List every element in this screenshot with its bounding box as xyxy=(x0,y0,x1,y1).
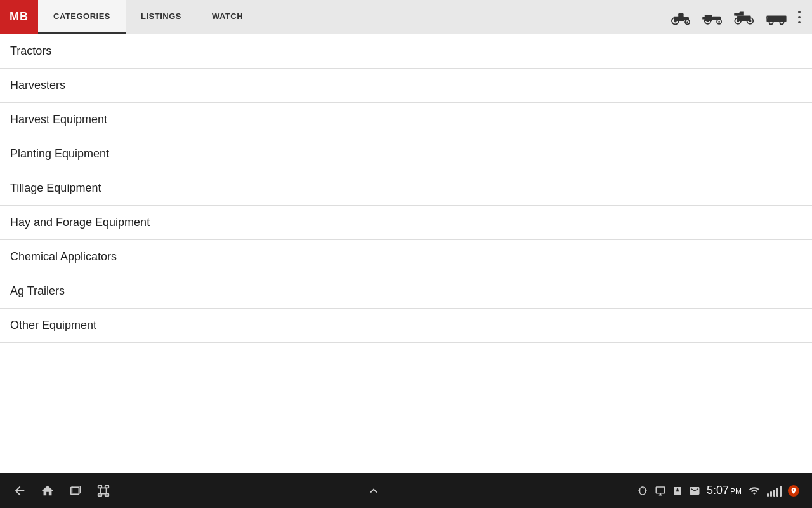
sd-icon xyxy=(672,485,683,497)
svg-point-3 xyxy=(686,21,688,23)
system-nav-center xyxy=(365,484,382,498)
wifi-icon xyxy=(748,485,761,497)
signal-icon xyxy=(767,485,782,497)
svg-rect-12 xyxy=(712,16,721,20)
home-button[interactable] xyxy=(41,484,55,498)
usb-icon xyxy=(637,485,648,497)
screen-icon xyxy=(655,485,666,497)
svg-rect-31 xyxy=(100,488,106,493)
svg-point-10 xyxy=(718,20,720,22)
email-icon xyxy=(689,485,700,497)
svg-rect-6 xyxy=(684,17,689,20)
app-logo: MB xyxy=(0,0,38,34)
svg-rect-13 xyxy=(702,17,706,20)
category-item-ag-trailers[interactable]: Ag Trailers xyxy=(0,274,812,309)
category-item-chemical-applicators[interactable]: Chemical Applicators xyxy=(0,240,812,274)
tractor-icon[interactable] xyxy=(669,6,694,28)
up-button[interactable] xyxy=(365,484,382,498)
loader-icon[interactable] xyxy=(732,6,757,28)
nav-tab-listings[interactable]: LISTINGS xyxy=(126,0,197,34)
svg-rect-18 xyxy=(737,15,751,20)
category-item-hay-forage[interactable]: Hay and Forage Equipment xyxy=(0,206,812,240)
svg-rect-20 xyxy=(734,13,738,16)
category-item-tractors[interactable]: Tractors xyxy=(0,34,812,69)
category-item-harvest-equipment[interactable]: Harvest Equipment xyxy=(0,103,812,137)
system-nav-left xyxy=(13,484,110,498)
time-ampm: PM xyxy=(730,487,742,496)
system-status-right: 5:07PM xyxy=(637,484,799,497)
notification-icon xyxy=(788,485,799,497)
dot2 xyxy=(798,16,801,18)
svg-point-22 xyxy=(769,20,773,24)
system-time: 5:07PM xyxy=(707,484,742,497)
category-item-harvesters[interactable]: Harvesters xyxy=(0,69,812,103)
time-value: 5:07 xyxy=(707,484,729,497)
nav-tab-watch[interactable]: WATCH xyxy=(197,0,258,34)
category-list: TractorsHarvestersHarvest EquipmentPlant… xyxy=(0,34,812,473)
category-item-planting-equipment[interactable]: Planting Equipment xyxy=(0,137,812,171)
top-nav-bar: MB CATEGORIESLISTINGSWATCH xyxy=(0,0,812,34)
trailer-icon[interactable] xyxy=(764,6,789,28)
logo-text: MB xyxy=(10,10,29,23)
nav-tab-categories[interactable]: CATEGORIES xyxy=(38,0,126,34)
svg-point-23 xyxy=(780,20,783,24)
nav-tabs: CATEGORIESLISTINGSWATCH xyxy=(38,0,660,34)
screenshot-button[interactable] xyxy=(96,484,110,498)
svg-rect-5 xyxy=(678,13,683,17)
more-menu-button[interactable] xyxy=(796,7,803,27)
svg-rect-24 xyxy=(766,17,768,18)
system-bar: 5:07PM xyxy=(0,473,812,508)
category-item-other-equipment[interactable]: Other Equipment xyxy=(0,309,812,343)
category-item-tillage-equipment[interactable]: Tillage Equipment xyxy=(0,171,812,206)
recents-button[interactable] xyxy=(69,484,82,498)
dot1 xyxy=(798,11,801,13)
dot3 xyxy=(798,21,801,23)
nav-right-icons xyxy=(660,0,812,34)
back-button[interactable] xyxy=(13,484,27,498)
harvester-icon[interactable] xyxy=(700,6,726,28)
